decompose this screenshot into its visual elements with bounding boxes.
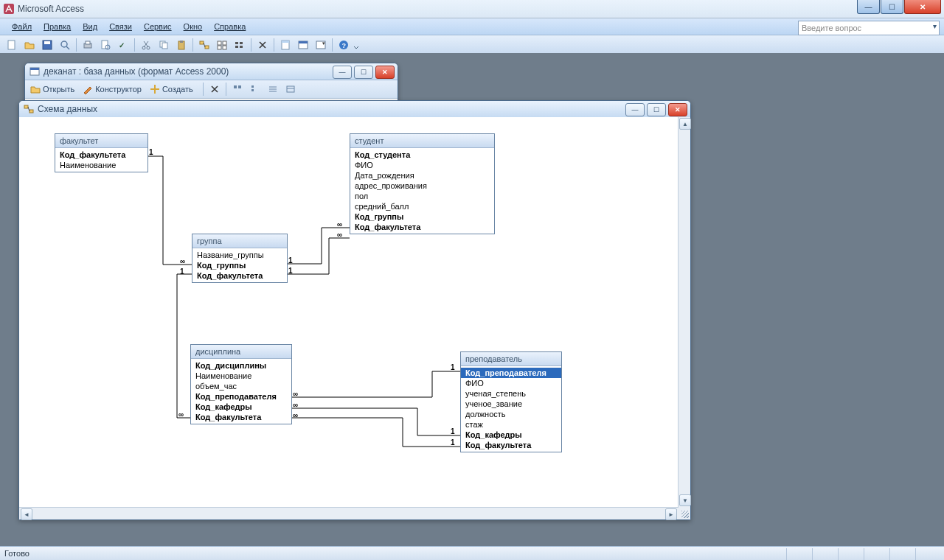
field-fk[interactable]: Код_факультета <box>192 270 287 281</box>
db-view-large-icon[interactable] <box>229 81 246 97</box>
show-all-icon[interactable] <box>232 37 248 53</box>
entity-discipline[interactable]: дисциплина Код_дисциплины Наименование о… <box>190 344 292 424</box>
field-fk[interactable]: Код_факультета <box>350 222 494 232</box>
field[interactable]: Наименование <box>191 371 291 381</box>
field-pk[interactable]: Код_факультета <box>55 150 148 160</box>
svg-rect-14 <box>162 43 167 49</box>
db-window-icon[interactable] <box>295 37 311 53</box>
field-fk[interactable]: Код_факультета <box>191 412 291 422</box>
size-grip[interactable] <box>678 508 690 519</box>
menu-view[interactable]: Вид <box>77 21 103 32</box>
db-open-button[interactable]: Открыть <box>30 83 74 95</box>
menu-help[interactable]: Справка <box>208 21 251 32</box>
entity-student[interactable]: студент Код_студента ФИО Дата_рождения а… <box>350 133 495 234</box>
svg-rect-23 <box>223 46 226 49</box>
scroll-left-icon[interactable]: ◄ <box>21 508 32 520</box>
field-fk[interactable]: Код_кафедры <box>461 430 561 440</box>
entity-teacher[interactable]: преподаватель Код_преподавателя ФИО учен… <box>460 351 562 452</box>
db-view-list-icon[interactable] <box>265 81 281 97</box>
horizontal-scrollbar[interactable]: ◄ ► <box>19 507 678 519</box>
field[interactable]: пол <box>350 191 494 201</box>
print-icon[interactable] <box>80 37 96 53</box>
help-icon[interactable]: ? <box>336 37 352 53</box>
field[interactable]: средний_балл <box>350 201 494 211</box>
field-pk[interactable]: Код_дисциплины <box>191 360 291 371</box>
svg-text:▾: ▾ <box>322 41 325 46</box>
save-icon[interactable] <box>39 37 55 53</box>
db-maximize-button[interactable]: ☐ <box>354 66 373 79</box>
entity-title[interactable]: факультет <box>55 134 148 148</box>
menu-edit[interactable]: Правка <box>38 21 77 32</box>
db-close-button[interactable]: ✕ <box>375 66 395 79</box>
field[interactable]: Дата_рождения <box>350 170 494 181</box>
field-fk[interactable]: Код_преподавателя <box>191 391 291 402</box>
field[interactable]: стаж <box>461 419 561 430</box>
field[interactable]: адрес_проживания <box>350 181 494 191</box>
scroll-up-icon[interactable]: ▲ <box>679 118 691 130</box>
db-minimize-button[interactable]: — <box>333 66 352 79</box>
entity-faculty[interactable]: факультет Код_факультета Наименование <box>55 133 148 172</box>
schema-canvas[interactable]: 1 ∞ 1 1 ∞ ∞ 1 ∞ ∞ ∞ ∞ 1 1 1 факультет Ко… <box>19 117 678 508</box>
field-pk-selected[interactable]: Код_преподавателя <box>461 368 561 378</box>
schema-window[interactable]: Схема данных — ☐ ✕ <box>18 100 691 520</box>
field-pk[interactable]: Код_группы <box>192 260 287 270</box>
field[interactable]: ФИО <box>461 378 561 388</box>
vertical-scrollbar[interactable]: ▲ ▼ <box>678 117 690 508</box>
entity-title[interactable]: студент <box>350 134 494 148</box>
entity-title[interactable]: дисциплина <box>191 345 291 359</box>
page-setup-icon[interactable] <box>277 37 294 53</box>
field-fk[interactable]: Код_кафедры <box>191 402 291 412</box>
db-delete-icon[interactable] <box>206 81 223 97</box>
schema-window-title: Схема данных <box>38 104 97 114</box>
new-icon[interactable] <box>4 37 20 53</box>
close-button[interactable]: ✕ <box>904 0 941 14</box>
schema-title-bar[interactable]: Схема данных — ☐ ✕ <box>19 101 690 118</box>
field[interactable]: Название_группы <box>192 250 287 260</box>
schema-maximize-button[interactable]: ☐ <box>647 103 666 116</box>
open-icon[interactable] <box>21 37 38 53</box>
db-create-button[interactable]: Создать <box>149 83 193 95</box>
db-title-bar[interactable]: деканат : база данных (формат Access 200… <box>25 63 398 80</box>
rel-many: ∞ <box>178 410 184 419</box>
menu-relations[interactable]: Связи <box>103 21 138 32</box>
schema-close-button[interactable]: ✕ <box>668 103 687 116</box>
maximize-button[interactable]: ☐ <box>881 0 903 14</box>
paste-icon[interactable] <box>173 37 190 53</box>
cut-icon[interactable] <box>138 37 154 53</box>
entity-title[interactable]: преподаватель <box>461 352 561 366</box>
field[interactable]: объем_час <box>191 381 291 391</box>
field[interactable]: Наименование <box>55 160 148 170</box>
rel-one: 1 <box>451 438 455 447</box>
rel-one: 1 <box>288 267 293 275</box>
spelling-icon[interactable]: ✓ <box>115 37 131 53</box>
svg-rect-8 <box>102 41 108 49</box>
minimize-button[interactable]: — <box>857 0 880 14</box>
scroll-down-icon[interactable]: ▼ <box>679 494 691 506</box>
entity-group[interactable]: группа Название_группы Код_группы Код_фа… <box>192 234 288 283</box>
toolbar-overflow-icon[interactable] <box>353 37 359 53</box>
db-view-small-icon[interactable] <box>247 81 263 97</box>
menu-window[interactable]: Окно <box>178 21 209 32</box>
menu-file[interactable]: Файл <box>6 21 38 32</box>
preview-icon[interactable] <box>97 37 114 53</box>
ask-question-input[interactable]: Введите вопрос <box>798 21 940 35</box>
search-icon[interactable] <box>57 37 73 53</box>
field-fk[interactable]: Код_факультета <box>461 440 561 450</box>
scroll-right-icon[interactable]: ► <box>665 508 677 520</box>
field[interactable]: должность <box>461 409 561 419</box>
copy-icon[interactable] <box>156 37 172 53</box>
new-object-icon[interactable]: ▾ <box>313 37 329 53</box>
schema-minimize-button[interactable]: — <box>625 103 645 116</box>
field-pk[interactable]: Код_студента <box>350 150 494 160</box>
delete-icon[interactable] <box>254 37 271 53</box>
field-fk[interactable]: Код_группы <box>350 211 494 222</box>
db-constructor-button[interactable]: Конструктор <box>82 83 142 95</box>
relationships-icon[interactable] <box>196 37 212 53</box>
field[interactable]: ученая_степень <box>461 388 561 399</box>
field[interactable]: ученое_звание <box>461 399 561 409</box>
show-table-icon[interactable] <box>214 37 230 53</box>
db-view-details-icon[interactable] <box>282 81 299 97</box>
menu-service[interactable]: Сервис <box>138 21 178 32</box>
field[interactable]: ФИО <box>350 160 494 170</box>
entity-title[interactable]: группа <box>192 234 287 248</box>
